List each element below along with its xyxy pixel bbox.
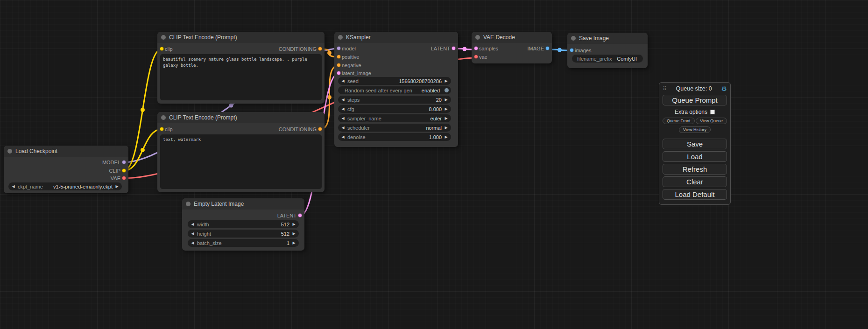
node-ksampler[interactable]: KSampler model LATENT positive negative …: [334, 32, 458, 147]
widget-batch-size[interactable]: ◀ batch_size 1 ▶: [188, 239, 299, 247]
node-title-bar[interactable]: CLIP Text Encode (Prompt): [157, 112, 325, 123]
input-slot-vae[interactable]: [474, 55, 478, 59]
settings-gear-icon[interactable]: ⚙: [721, 85, 727, 92]
increment-arrow-icon[interactable]: ▶: [444, 105, 449, 113]
widget-scheduler[interactable]: ◀ scheduler normal ▶: [338, 124, 451, 132]
drag-handle-icon[interactable]: ⠿: [663, 85, 667, 92]
input-slot-model[interactable]: [337, 46, 341, 50]
collapse-dot[interactable]: [161, 35, 166, 40]
input-slot-clip[interactable]: [160, 47, 164, 51]
output-slot-label: MODEL: [102, 159, 120, 166]
increment-arrow-icon[interactable]: ▶: [114, 182, 120, 190]
widget-value: 20: [436, 97, 442, 103]
decrement-arrow-icon[interactable]: ◀: [340, 77, 346, 85]
input-slot-label: clip: [165, 126, 173, 133]
decrement-arrow-icon[interactable]: ◀: [11, 182, 16, 190]
input-slot-images[interactable]: [570, 48, 574, 52]
view-history-button[interactable]: View History: [679, 126, 711, 133]
increment-arrow-icon[interactable]: ▶: [444, 124, 449, 132]
output-slot-latent[interactable]: [298, 213, 302, 217]
load-button[interactable]: Load: [663, 151, 727, 162]
collapse-dot[interactable]: [338, 35, 343, 40]
node-vae-decode[interactable]: VAE Decode samples IMAGE vae: [472, 32, 552, 63]
node-clip-text-encode-negative[interactable]: CLIP Text Encode (Prompt) clip CONDITION…: [157, 112, 325, 192]
output-slot-image[interactable]: [545, 46, 550, 50]
decrement-arrow-icon[interactable]: ◀: [340, 133, 346, 141]
widget-label: batch_size: [197, 240, 222, 246]
link-midpoint-dot: [557, 48, 562, 52]
widget-sampler-name[interactable]: ◀ sampler_name euler ▶: [338, 114, 451, 122]
clear-button[interactable]: Clear: [663, 176, 727, 187]
collapse-dot[interactable]: [571, 36, 576, 41]
node-save-image[interactable]: Save Image images filename_prefix ComfyU…: [567, 33, 648, 68]
increment-arrow-icon[interactable]: ▶: [291, 220, 296, 228]
output-slot-model[interactable]: [122, 160, 126, 164]
widget-height[interactable]: ◀ height 512 ▶: [188, 230, 299, 238]
input-slot-positive[interactable]: [337, 55, 341, 59]
node-title-bar[interactable]: CLIP Text Encode (Prompt): [157, 32, 325, 43]
output-slot-vae[interactable]: [122, 176, 126, 180]
widget-cfg[interactable]: ◀ cfg 8.000 ▶: [338, 105, 451, 113]
output-slot-latent[interactable]: [452, 46, 456, 50]
link-midpoint-dot: [229, 104, 233, 108]
widget-label: denoise: [347, 134, 366, 140]
decrement-arrow-icon[interactable]: ◀: [190, 239, 195, 247]
decrement-arrow-icon[interactable]: ◀: [190, 230, 195, 238]
input-slot-clip[interactable]: [160, 127, 164, 131]
extra-options-checkbox[interactable]: [710, 110, 715, 114]
output-slot-conditioning[interactable]: [318, 47, 322, 51]
widget-value: 512: [281, 222, 289, 227]
node-empty-latent-image[interactable]: Empty Latent Image LATENT ◀ width 512 ▶ …: [182, 198, 304, 251]
widget-value: ComfyUI: [617, 56, 637, 62]
decrement-arrow-icon[interactable]: ◀: [340, 114, 346, 122]
increment-arrow-icon[interactable]: ▶: [444, 96, 449, 104]
input-slot-label: model: [342, 45, 356, 52]
node-title-bar[interactable]: Load Checkpoint: [4, 146, 128, 157]
queue-front-button[interactable]: Queue Front: [663, 118, 695, 124]
node-title: CLIP Text Encode (Prompt): [169, 114, 237, 121]
widget-steps[interactable]: ◀ steps 20 ▶: [338, 96, 451, 104]
increment-arrow-icon[interactable]: ▶: [444, 77, 449, 85]
negative-prompt-textarea[interactable]: text, watermark: [160, 134, 322, 189]
graph-canvas[interactable]: Load Checkpoint MODEL CLIP VAE ◀ ckpt_na…: [0, 0, 868, 329]
view-queue-button[interactable]: View Queue: [696, 118, 727, 124]
increment-arrow-icon[interactable]: ▶: [444, 114, 449, 122]
node-title-bar[interactable]: Empty Latent Image: [182, 198, 304, 210]
widget-random-seed-toggle[interactable]: Random seed after every gen enabled: [338, 86, 451, 94]
output-slot-clip[interactable]: [122, 168, 126, 173]
decrement-arrow-icon[interactable]: ◀: [340, 124, 346, 132]
widget-seed[interactable]: ◀ seed 156680208700286 ▶: [338, 77, 451, 85]
node-load-checkpoint[interactable]: Load Checkpoint MODEL CLIP VAE ◀ ckpt_na…: [4, 146, 128, 193]
widget-ckpt-name[interactable]: ◀ ckpt_name v1-5-pruned-emaonly.ckpt ▶: [8, 182, 122, 190]
input-slot-latent-image[interactable]: [337, 71, 341, 75]
collapse-dot[interactable]: [161, 115, 166, 120]
save-button[interactable]: Save: [663, 139, 727, 149]
decrement-arrow-icon[interactable]: ◀: [340, 105, 346, 113]
increment-arrow-icon[interactable]: ▶: [291, 239, 296, 247]
node-title-bar[interactable]: Save Image: [567, 33, 648, 44]
collapse-dot[interactable]: [475, 35, 480, 40]
widget-filename-prefix[interactable]: filename_prefix ComfyUI: [572, 55, 643, 63]
input-slot-negative[interactable]: [337, 63, 341, 67]
increment-arrow-icon[interactable]: ▶: [444, 133, 449, 141]
load-default-button[interactable]: Load Default: [663, 189, 727, 200]
refresh-button[interactable]: Refresh: [663, 164, 727, 175]
queue-prompt-button[interactable]: Queue Prompt: [663, 95, 727, 105]
input-slot-samples[interactable]: [474, 46, 478, 50]
collapse-dot[interactable]: [186, 202, 191, 206]
toggle-indicator[interactable]: [445, 88, 449, 92]
increment-arrow-icon[interactable]: ▶: [291, 230, 296, 238]
node-title-bar[interactable]: KSampler: [334, 32, 458, 43]
positive-prompt-textarea[interactable]: beautiful scenery nature glass bottle la…: [160, 54, 322, 100]
decrement-arrow-icon[interactable]: ◀: [340, 96, 346, 104]
widget-denoise[interactable]: ◀ denoise 1.000 ▶: [338, 133, 451, 141]
link-midpoint-dot: [327, 95, 332, 99]
output-slot-conditioning[interactable]: [318, 127, 322, 131]
node-clip-text-encode-positive[interactable]: CLIP Text Encode (Prompt) clip CONDITION…: [157, 32, 325, 104]
widget-label: filename_prefix: [577, 56, 612, 62]
collapse-dot[interactable]: [7, 149, 12, 154]
decrement-arrow-icon[interactable]: ◀: [190, 220, 195, 228]
widget-width[interactable]: ◀ width 512 ▶: [188, 220, 299, 228]
input-slot-label: negative: [342, 62, 361, 69]
node-title-bar[interactable]: VAE Decode: [472, 32, 552, 43]
